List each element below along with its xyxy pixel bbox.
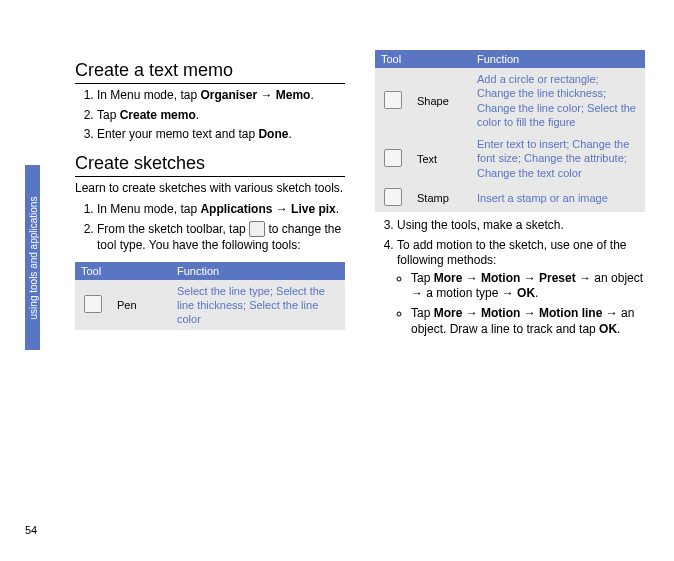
th-tool: Tool (375, 50, 471, 68)
tools-table-left: Tool Function Pen Select the line type; … (75, 262, 345, 331)
sketch-steps-left: In Menu mode, tap Applications → Live pi… (75, 202, 345, 253)
text: . (535, 286, 538, 300)
text: In Menu mode, tap (97, 88, 200, 102)
right-column: Tool Function Shape Add a circle or rect… (375, 50, 645, 345)
text: Tap (411, 271, 434, 285)
th-tool: Tool (75, 262, 171, 280)
text: To add motion to the sketch, use one of … (397, 238, 626, 268)
text-func: Enter text to insert; Change the font si… (471, 133, 645, 184)
shape-func: Add a circle or rectangle; Change the li… (471, 68, 645, 133)
motion-line: Tap More → Motion → Motion line → an obj… (411, 306, 645, 337)
sketch-step-3: Using the tools, make a sketch. (397, 218, 645, 234)
pen-func: Select the line type; Select the line th… (171, 280, 345, 331)
shape-icon-cell (375, 68, 411, 133)
heading-sketches: Create sketches (75, 153, 345, 177)
memo-step-2: Tap Create memo. (97, 108, 345, 124)
sketch-step-4: To add motion to the sketch, use one of … (397, 238, 645, 338)
stamp-name: Stamp (411, 184, 471, 212)
motion-preset: Tap More → Motion → Preset → an object →… (411, 271, 645, 302)
shape-name: Shape (411, 68, 471, 133)
pen-name: Pen (111, 280, 171, 331)
tool-row-stamp: Stamp Insert a stamp or an image (375, 184, 645, 212)
bold-text: Organiser → Memo (200, 88, 310, 102)
side-tab: using tools and applications (25, 165, 40, 350)
stamp-icon (384, 188, 402, 206)
bold-text: Done (258, 127, 288, 141)
bold-text: More → Motion → Preset (434, 271, 576, 285)
sketch-step-1: In Menu mode, tap Applications → Live pi… (97, 202, 345, 218)
tool-row-pen: Pen Select the line type; Select the lin… (75, 280, 345, 331)
memo-step-3: Enter your memo text and tap Done. (97, 127, 345, 143)
left-column: Create a text memo In Menu mode, tap Org… (75, 50, 345, 345)
tools-header-row: Tool Function (375, 50, 645, 68)
sketch-step-2: From the sketch toolbar, tap to change t… (97, 222, 345, 254)
tool-row-shape: Shape Add a circle or rectangle; Change … (375, 68, 645, 133)
content: Create a text memo In Menu mode, tap Org… (75, 50, 645, 345)
text-name: Text (411, 133, 471, 184)
tools-table-right: Tool Function Shape Add a circle or rect… (375, 50, 645, 212)
sketch-steps-right: Using the tools, make a sketch. To add m… (375, 218, 645, 337)
stamp-func: Insert a stamp or an image (471, 184, 645, 212)
text: Tap (97, 108, 120, 122)
shape-icon (384, 91, 402, 109)
text: . (288, 127, 291, 141)
memo-steps: In Menu mode, tap Organiser → Memo. Tap … (75, 88, 345, 143)
side-tab-label: using tools and applications (27, 196, 38, 319)
page-number: 54 (25, 524, 37, 536)
motion-methods: Tap More → Motion → Preset → an object →… (397, 271, 645, 337)
bold-text: More → Motion → Motion line (434, 306, 603, 320)
th-function: Function (171, 262, 345, 280)
text: Tap (411, 306, 434, 320)
bold-text: Create memo (120, 108, 196, 122)
memo-step-1: In Menu mode, tap Organiser → Memo. (97, 88, 345, 104)
tools-header-row: Tool Function (75, 262, 345, 280)
text: . (310, 88, 313, 102)
text: Enter your memo text and tap (97, 127, 258, 141)
th-function: Function (471, 50, 645, 68)
text: In Menu mode, tap (97, 202, 200, 216)
text: . (336, 202, 339, 216)
pen-icon (84, 295, 102, 313)
stamp-icon-cell (375, 184, 411, 212)
text-icon (384, 149, 402, 167)
text: From the sketch toolbar, tap (97, 222, 249, 236)
heading-text-memo: Create a text memo (75, 60, 345, 84)
pen-icon-cell (75, 280, 111, 331)
text-icon-cell (375, 133, 411, 184)
bold-text: OK (599, 322, 617, 336)
sketch-intro: Learn to create sketches with various sk… (75, 181, 345, 197)
tool-row-text: Text Enter text to insert; Change the fo… (375, 133, 645, 184)
bold-text: OK (517, 286, 535, 300)
text: . (196, 108, 199, 122)
bold-text: Applications → Live pix (200, 202, 335, 216)
text: . (617, 322, 620, 336)
pen-tool-icon (249, 221, 265, 237)
